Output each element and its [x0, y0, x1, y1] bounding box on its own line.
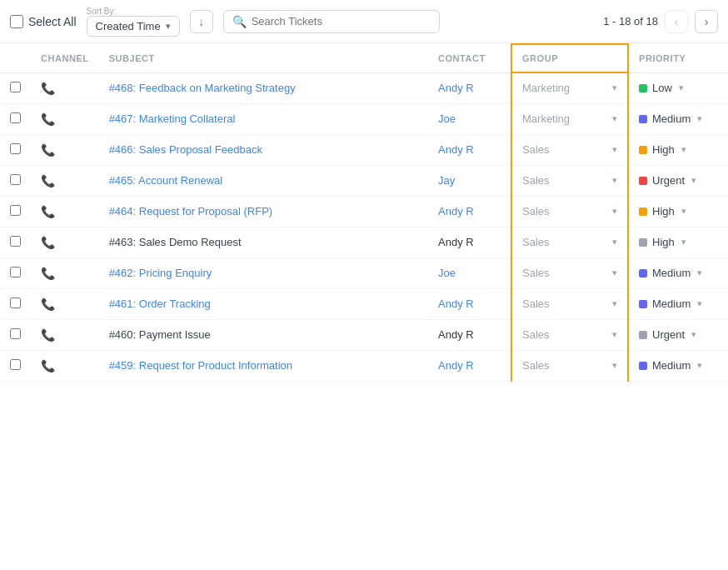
row-priority-cell: Medium ▾ [628, 288, 728, 319]
group-select[interactable]: Sales ▾ [522, 328, 617, 341]
priority-select[interactable]: Medium ▾ [639, 298, 718, 310]
row-checkbox-cell [0, 350, 31, 381]
priority-dot [639, 177, 647, 185]
table-row: 📞 #463: Sales Demo Request Andy R Sales … [0, 227, 728, 258]
contact-link[interactable]: Andy R [438, 143, 474, 156]
pagination-text: 1 - 18 of 18 [603, 15, 658, 28]
priority-select[interactable]: Urgent ▾ [639, 174, 718, 187]
group-select[interactable]: Sales ▾ [522, 267, 617, 279]
row-checkbox[interactable] [10, 267, 21, 278]
priority-select[interactable]: High ▾ [639, 143, 718, 156]
priority-select[interactable]: Medium ▾ [639, 359, 718, 372]
select-all-checkbox[interactable] [10, 15, 23, 28]
sort-direction-button[interactable]: ↓ [190, 10, 213, 33]
sort-select-box[interactable]: Created Time ▾ [87, 16, 180, 37]
group-dropdown-icon: ▾ [612, 175, 617, 186]
row-priority-cell: Medium ▾ [628, 258, 728, 288]
row-contact-cell: Joe [428, 103, 511, 134]
contact-name: Andy R [438, 236, 474, 248]
row-checkbox[interactable] [10, 174, 21, 185]
contact-link[interactable]: Andy R [438, 205, 474, 218]
search-container: 🔍 [223, 10, 440, 33]
contact-link[interactable]: Joe [438, 267, 456, 279]
row-group-cell: Sales ▾ [511, 319, 628, 350]
tickets-table: CHANNEL SUBJECT CONTACT GROUP PRIORITY 📞 [0, 43, 728, 382]
row-channel-cell: 📞 [31, 196, 99, 227]
priority-dot [639, 238, 647, 247]
priority-label: Urgent [652, 174, 685, 187]
contact-link[interactable]: Andy R [438, 359, 474, 372]
ticket-link[interactable]: #462: Pricing Enquiry [109, 267, 212, 279]
contact-link[interactable]: Andy R [438, 82, 474, 94]
row-channel-cell: 📞 [31, 227, 99, 258]
contact-link[interactable]: Jay [438, 174, 455, 187]
group-value: Sales [522, 205, 550, 218]
group-select[interactable]: Sales ▾ [522, 298, 617, 310]
row-channel-cell: 📞 [31, 134, 99, 165]
priority-dot [639, 331, 647, 339]
row-checkbox-cell [0, 72, 31, 103]
priority-select[interactable]: Urgent ▾ [639, 328, 718, 341]
row-checkbox-cell [0, 319, 31, 350]
group-select[interactable]: Marketing ▾ [522, 82, 617, 94]
row-checkbox[interactable] [10, 359, 21, 370]
row-subject-cell: #465: Account Renewal [99, 165, 428, 196]
priority-select[interactable]: Medium ▾ [639, 267, 718, 279]
prev-page-button[interactable]: ‹ [665, 10, 688, 33]
row-priority-cell: Low ▾ [628, 72, 728, 103]
table-row: 📞 #462: Pricing Enquiry Joe Sales ▾ Medi… [0, 258, 728, 288]
row-checkbox[interactable] [10, 82, 21, 92]
group-select[interactable]: Sales ▾ [522, 205, 617, 218]
row-checkbox[interactable] [10, 236, 21, 247]
row-checkbox[interactable] [10, 205, 21, 216]
priority-select[interactable]: High ▾ [639, 205, 718, 218]
row-channel-cell: 📞 [31, 165, 99, 196]
row-subject-cell: #467: Marketing Collateral [99, 103, 428, 134]
group-select[interactable]: Sales ▾ [522, 143, 617, 156]
priority-select[interactable]: Low ▾ [639, 82, 718, 94]
ticket-link[interactable]: #465: Account Renewal [109, 174, 223, 187]
row-checkbox[interactable] [10, 143, 21, 154]
row-subject-cell: #462: Pricing Enquiry [99, 258, 428, 288]
group-value: Marketing [522, 112, 570, 125]
contact-link[interactable]: Joe [438, 112, 456, 125]
priority-dropdown-icon: ▾ [697, 113, 702, 124]
priority-badge: High [639, 236, 675, 248]
group-value: Sales [522, 328, 550, 341]
ticket-link[interactable]: #464: Request for Proposal (RFP) [109, 205, 273, 218]
row-contact-cell: Andy R [428, 288, 511, 319]
ticket-subject: #460: Payment Issue [109, 328, 211, 341]
ticket-link[interactable]: #461: Order Tracking [109, 298, 211, 310]
row-priority-cell: Medium ▾ [628, 350, 728, 381]
row-subject-cell: #461: Order Tracking [99, 288, 428, 319]
priority-dot [639, 146, 647, 154]
row-contact-cell: Andy R [428, 319, 511, 350]
ticket-link[interactable]: #468: Feedback on Marketing Strategy [109, 82, 296, 94]
phone-icon: 📞 [41, 328, 55, 342]
row-checkbox[interactable] [10, 112, 21, 123]
row-checkbox[interactable] [10, 298, 21, 308]
toolbar: Select All Sort By: Created Time ▾ ↓ 🔍 1… [0, 0, 728, 43]
group-select[interactable]: Sales ▾ [522, 236, 617, 248]
group-select[interactable]: Sales ▾ [522, 359, 617, 372]
priority-dropdown-icon: ▾ [681, 237, 686, 248]
row-contact-cell: Andy R [428, 227, 511, 258]
priority-select[interactable]: High ▾ [639, 236, 718, 248]
search-input[interactable] [252, 15, 431, 28]
ticket-link[interactable]: #459: Request for Product Information [109, 359, 292, 372]
table-row: 📞 #464: Request for Proposal (RFP) Andy … [0, 196, 728, 227]
contact-link[interactable]: Andy R [438, 298, 474, 310]
row-group-cell: Sales ▾ [511, 288, 628, 319]
group-select[interactable]: Marketing ▾ [522, 112, 617, 125]
ticket-subject: #463: Sales Demo Request [109, 236, 242, 248]
row-group-cell: Sales ▾ [511, 227, 628, 258]
ticket-link[interactable]: #467: Marketing Collateral [109, 112, 236, 125]
row-checkbox-cell [0, 165, 31, 196]
priority-select[interactable]: Medium ▾ [639, 112, 718, 125]
next-page-button[interactable]: › [695, 10, 718, 33]
group-dropdown-icon: ▾ [612, 329, 617, 340]
ticket-link[interactable]: #466: Sales Proposal Feedback [109, 143, 262, 156]
group-select[interactable]: Sales ▾ [522, 174, 617, 187]
phone-icon: 📞 [41, 143, 55, 157]
row-checkbox[interactable] [10, 328, 21, 339]
